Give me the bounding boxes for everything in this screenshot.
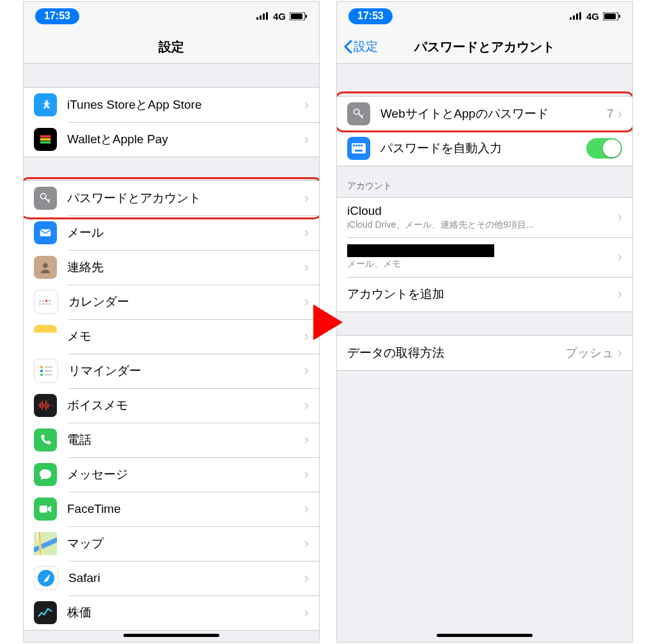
- chevron-right-icon: ›: [304, 432, 309, 448]
- row-passwords-accounts[interactable]: パスワードとアカウント ›: [24, 181, 319, 216]
- row-label: メール: [67, 224, 304, 241]
- row-contacts[interactable]: 連絡先 ›: [24, 250, 319, 285]
- row-icloud-account[interactable]: iCloud iCloud Drive、メール、連絡先とその他9項目... ›: [337, 198, 632, 237]
- svg-rect-5: [291, 13, 302, 19]
- back-button[interactable]: 設定: [343, 38, 378, 55]
- row-label: カレンダー: [68, 294, 304, 310]
- svg-rect-42: [355, 150, 363, 152]
- passwords-phone: 17:53 4G 設定 パスワードとアカウント WebサイトとAppのパスワード…: [336, 1, 633, 643]
- phone-icon: [34, 428, 57, 452]
- row-facetime[interactable]: FaceTime ›: [24, 492, 319, 526]
- messages-icon: [34, 463, 57, 486]
- row-voicememo[interactable]: ボイスメモ ›: [24, 388, 319, 423]
- battery-icon: [290, 12, 308, 20]
- row-fetch-data[interactable]: データの取得方法 プッシュ ›: [337, 336, 632, 370]
- group-apps: パスワードとアカウント › メール › 連絡先 › カレンダー › メモ: [24, 180, 319, 631]
- home-indicator[interactable]: [437, 634, 533, 637]
- chevron-right-icon: ›: [304, 131, 309, 148]
- chevron-right-icon: ›: [618, 106, 622, 122]
- chevron-right-icon: ›: [618, 249, 622, 265]
- svg-rect-18: [42, 303, 44, 305]
- row-phone[interactable]: 電話 ›: [24, 423, 319, 457]
- svg-rect-0: [256, 17, 258, 20]
- svg-rect-29: [570, 17, 572, 20]
- svg-rect-32: [579, 12, 581, 20]
- svg-rect-31: [576, 13, 578, 20]
- autofill-toggle[interactable]: [586, 138, 622, 159]
- chevron-right-icon: ›: [304, 363, 309, 379]
- mail-icon: [34, 221, 57, 244]
- chevron-right-icon: ›: [304, 535, 309, 552]
- status-bar: 17:53 4G: [24, 2, 319, 30]
- chevron-right-icon: ›: [618, 345, 622, 361]
- settings-list[interactable]: iTunes StoreとApp Store › WalletとApple Pa…: [24, 64, 319, 642]
- svg-rect-24: [45, 370, 52, 372]
- row-stocks[interactable]: 株価 ›: [24, 595, 319, 630]
- chevron-right-icon: ›: [618, 286, 622, 302]
- row-safari[interactable]: Safari ›: [24, 561, 319, 595]
- row-itunes-store[interactable]: iTunes StoreとApp Store ›: [24, 88, 319, 122]
- row-notes[interactable]: メモ ›: [24, 319, 319, 354]
- svg-rect-11: [40, 230, 51, 237]
- row-messages[interactable]: メッセージ ›: [24, 457, 319, 492]
- status-time: 17:53: [348, 8, 393, 24]
- passwords-content[interactable]: WebサイトとAppのパスワード 7 › パスワードを自動入力 アカウント iC…: [337, 64, 632, 642]
- svg-rect-8: [40, 138, 51, 141]
- row-maps[interactable]: マップ ›: [24, 526, 319, 561]
- row-label: 電話: [67, 432, 304, 448]
- svg-rect-17: [39, 303, 41, 305]
- page-title: パスワードとアカウント: [414, 38, 555, 56]
- svg-rect-20: [49, 303, 51, 305]
- svg-rect-30: [573, 15, 575, 20]
- chevron-right-icon: ›: [304, 570, 309, 586]
- row-label: メッセージ: [67, 466, 304, 483]
- row-label: WebサイトとAppのパスワード: [380, 106, 607, 122]
- row-autofill-passwords[interactable]: パスワードを自動入力: [337, 131, 632, 166]
- page-title: 設定: [159, 38, 184, 56]
- svg-rect-9: [40, 141, 51, 144]
- row-add-account[interactable]: アカウントを追加 ›: [337, 277, 632, 311]
- maps-icon: [34, 532, 57, 555]
- contacts-icon: [34, 256, 57, 279]
- signal-icon: [570, 12, 582, 20]
- svg-point-25: [40, 373, 43, 376]
- chevron-right-icon: ›: [304, 224, 309, 241]
- svg-rect-19: [45, 303, 47, 305]
- status-time: 17:53: [35, 8, 79, 24]
- chevron-right-icon: ›: [304, 501, 309, 517]
- account-sub: メール、メモ: [347, 258, 618, 270]
- row-label: メモ: [67, 328, 304, 345]
- row-calendar[interactable]: カレンダー ›: [24, 285, 319, 319]
- chevron-right-icon: ›: [304, 466, 309, 483]
- chevron-right-icon: ›: [304, 190, 309, 207]
- nav-bar: 設定 パスワードとアカウント: [337, 30, 632, 64]
- account-title: iCloud: [347, 204, 618, 218]
- keyboard-icon: [347, 137, 370, 160]
- calendar-icon: [34, 290, 58, 314]
- notes-icon: [34, 325, 57, 348]
- svg-rect-34: [604, 13, 616, 19]
- battery-icon: [603, 12, 621, 20]
- svg-rect-13: [39, 300, 41, 302]
- row-label: リマインダー: [68, 363, 304, 379]
- group-fetch: データの取得方法 プッシュ ›: [337, 335, 632, 371]
- row-value: 7: [607, 107, 614, 121]
- chevron-right-icon: ›: [618, 209, 622, 226]
- row-reminders[interactable]: リマインダー ›: [24, 354, 319, 388]
- row-label: マップ: [67, 535, 304, 552]
- row-wallet[interactable]: WalletとApple Pay ›: [24, 122, 319, 157]
- row-label: 株価: [67, 604, 304, 621]
- svg-rect-6: [306, 15, 307, 18]
- row-website-passwords[interactable]: WebサイトとAppのパスワード 7 ›: [337, 97, 632, 131]
- group-store: iTunes StoreとApp Store › WalletとApple Pa…: [24, 87, 319, 157]
- home-indicator[interactable]: [123, 634, 219, 637]
- chevron-right-icon: ›: [304, 294, 309, 310]
- wallet-icon: [34, 128, 57, 151]
- row-mail[interactable]: メール ›: [24, 216, 319, 250]
- row-label: iTunes StoreとApp Store: [67, 97, 304, 113]
- status-icons: 4G: [570, 11, 621, 22]
- row-label: Safari: [68, 571, 304, 585]
- svg-rect-1: [260, 15, 262, 20]
- row-hidden-account[interactable]: メール、メモ ›: [337, 237, 632, 277]
- svg-point-23: [40, 370, 43, 372]
